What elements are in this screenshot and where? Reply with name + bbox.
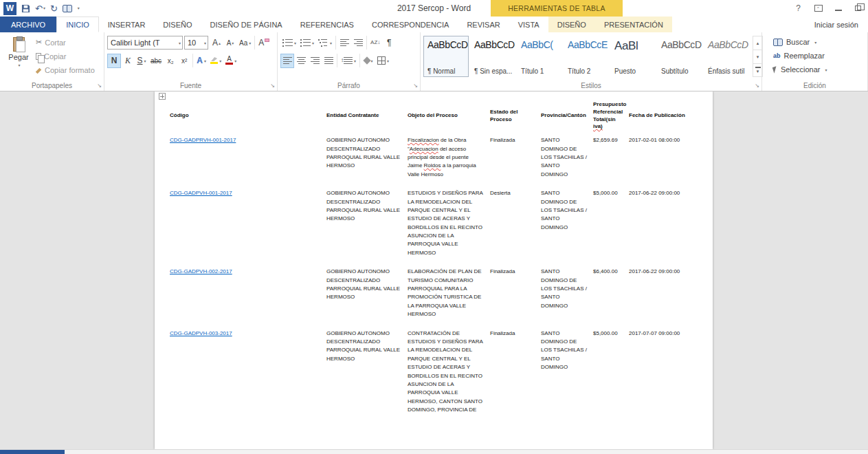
font-dialog-launcher-icon[interactable]: ↘: [270, 83, 275, 89]
increase-indent-button[interactable]: [351, 36, 365, 50]
bullets-button[interactable]: ▾: [280, 36, 298, 50]
contextual-tab-diseno[interactable]: DISEÑO: [548, 17, 595, 32]
codigo-link[interactable]: CDG-GADPVH-003-2017: [170, 330, 232, 336]
style-titulo-1[interactable]: AaBbC(Título 1: [517, 36, 562, 77]
justify-button[interactable]: [322, 54, 335, 68]
tab-inicio[interactable]: INICIO: [56, 17, 99, 32]
qat-customize-icon[interactable]: ▾: [77, 6, 80, 10]
tab-diseno-de-pagina[interactable]: DISEÑO DE PÁGINA: [201, 17, 291, 32]
undo-icon[interactable]: ↶▾: [35, 4, 45, 13]
clear-formatting-button[interactable]: A: [256, 36, 271, 50]
format-painter-button[interactable]: Copiar formato: [34, 63, 96, 76]
replace-button[interactable]: ab Reemplazar: [773, 49, 865, 63]
find-icon[interactable]: [63, 5, 72, 12]
show-marks-button[interactable]: ¶: [382, 36, 396, 50]
cut-button[interactable]: ✂ Cortar: [34, 36, 96, 49]
select-button[interactable]: Seleccionar ▾: [773, 63, 865, 76]
cell-estado: Finalizada: [490, 268, 541, 329]
table-move-handle[interactable]: [159, 93, 166, 100]
restore-icon[interactable]: [848, 0, 868, 17]
line-spacing-icon: [344, 57, 353, 65]
style-name: Subtítulo: [661, 67, 700, 75]
cell-codigo: CDG-GADPVH-002-2017: [170, 268, 326, 329]
tab-vista[interactable]: VISTA: [509, 17, 548, 32]
style-enfasis-sutil[interactable]: AaBbCcDtÉnfasis sutil: [704, 36, 749, 77]
ribbon-display-options-icon[interactable]: ^: [808, 0, 828, 17]
styles-scroll-down-icon[interactable]: ▾: [753, 50, 763, 63]
superscript-button[interactable]: x²: [177, 54, 191, 68]
shading-button[interactable]: ▾: [361, 54, 375, 68]
borders-button[interactable]: ▾: [375, 54, 391, 68]
find-button[interactable]: Buscar ▾: [773, 35, 865, 49]
sort-button[interactable]: AZ↓: [368, 36, 382, 50]
font-size-select[interactable]: 10 ▾: [184, 36, 208, 50]
align-left-button[interactable]: [280, 54, 294, 68]
tab-diseno[interactable]: DISEÑO: [154, 17, 201, 32]
cell-presupuesto: $6,400.00: [593, 268, 629, 329]
cell-fecha: 2017-06-22 09:00:00: [629, 189, 698, 268]
style-titulo-2[interactable]: AaBbCcETítulo 2: [564, 36, 609, 77]
style-name: Título 2: [568, 67, 606, 75]
text-effects-button[interactable]: A▾: [194, 54, 208, 68]
tab-insertar[interactable]: INSERTAR: [99, 17, 155, 32]
italic-button[interactable]: K: [121, 54, 135, 68]
style-sin-espa[interactable]: AaBbCcDc¶ Sin espa...: [470, 36, 515, 77]
status-left-segment[interactable]: [0, 450, 65, 454]
style-preview: AaBl: [614, 39, 653, 53]
style-puesto[interactable]: AaBlPuesto: [610, 36, 656, 77]
subscript-button[interactable]: x₂: [164, 54, 177, 68]
font-name-select[interactable]: Calibri Light (T ▾: [107, 36, 183, 50]
bold-button[interactable]: N: [107, 54, 121, 68]
cell-provincia: SANTO DOMINGO DE LOS TSACHILAS / SANTO D…: [541, 329, 593, 425]
increase-indent-icon: [354, 39, 363, 47]
shrink-font-button[interactable]: A▾: [223, 36, 237, 50]
redo-icon[interactable]: ↻: [50, 4, 58, 13]
tab-archivo[interactable]: ARCHIVO: [0, 17, 56, 32]
styles-more-icon[interactable]: ▾: [753, 63, 763, 77]
styles-dialog-launcher-icon[interactable]: ↘: [755, 83, 759, 89]
multilevel-list-button[interactable]: ▾: [316, 36, 334, 50]
styles-scroll-up-icon[interactable]: ▴: [753, 36, 763, 50]
document-page[interactable]: CódigoEntidad ContratanteObjeto del Proc…: [155, 91, 713, 449]
codigo-link[interactable]: CDG-GADPVH-002-2017: [170, 268, 232, 274]
codigo-link[interactable]: CDG-GADPVH-001-2017: [170, 190, 232, 196]
style-preview: AaBbC(: [521, 39, 559, 50]
grow-font-button[interactable]: A▴: [210, 36, 223, 50]
style-subtitulo[interactable]: AaBbCcDSubtítulo: [657, 36, 702, 77]
help-icon[interactable]: ?: [788, 0, 808, 17]
binoculars-icon: [63, 5, 72, 12]
styles-gallery: AaBbCcDc¶ NormalAaBbCcDc¶ Sin espa...AaB…: [423, 34, 750, 77]
word-window: W ↶▾ ↻ ▾ 2017 Sercop - Word HERRAMIENTAS…: [0, 0, 868, 454]
clipboard-dialog-launcher-icon[interactable]: ↘: [97, 83, 102, 89]
column-header: Código: [170, 100, 326, 136]
cell-fecha: 2017-06-22 09:00:00: [629, 268, 698, 329]
status-bar: [0, 449, 868, 454]
cell-estado: Finalizada: [490, 136, 541, 189]
align-right-button[interactable]: [308, 54, 322, 68]
numbering-button[interactable]: ▾: [298, 36, 316, 50]
document-area[interactable]: CódigoEntidad ContratanteObjeto del Proc…: [0, 91, 868, 449]
style-name: ¶ Normal: [427, 67, 466, 75]
strikethrough-button[interactable]: abc: [148, 54, 164, 68]
chevron-down-icon: ▾: [18, 63, 20, 67]
highlight-button[interactable]: ▾: [208, 54, 223, 68]
tab-revisar[interactable]: REVISAR: [458, 17, 509, 32]
decrease-indent-button[interactable]: [337, 36, 351, 50]
save-icon[interactable]: [21, 4, 30, 13]
contextual-tab-presentacion[interactable]: PRESENTACIÓN: [595, 17, 672, 32]
copy-button[interactable]: Copiar: [34, 50, 96, 63]
sign-in-link[interactable]: Iniciar sesión: [814, 17, 868, 32]
tab-referencias[interactable]: REFERENCIAS: [291, 17, 363, 32]
codigo-link[interactable]: CDG-GADPRVH-001-2017: [170, 137, 236, 143]
line-spacing-button[interactable]: ↕▾: [339, 54, 358, 68]
underline-button[interactable]: S▾: [135, 54, 148, 68]
paste-button[interactable]: Pegar ▾: [3, 34, 34, 80]
paragraph-dialog-launcher-icon[interactable]: ↘: [413, 83, 418, 89]
tab-correspondencia[interactable]: CORRESPONDENCIA: [363, 17, 458, 32]
doc-table-body: CDG-GADPRVH-001-2017GOBIERNO AUTONOMO DE…: [170, 136, 698, 424]
align-center-button[interactable]: [294, 54, 308, 68]
font-color-button[interactable]: A ▾: [223, 54, 238, 68]
minimize-icon[interactable]: [828, 0, 848, 17]
style-normal[interactable]: AaBbCcDc¶ Normal: [423, 36, 469, 77]
change-case-button[interactable]: Aa▾: [237, 36, 253, 50]
